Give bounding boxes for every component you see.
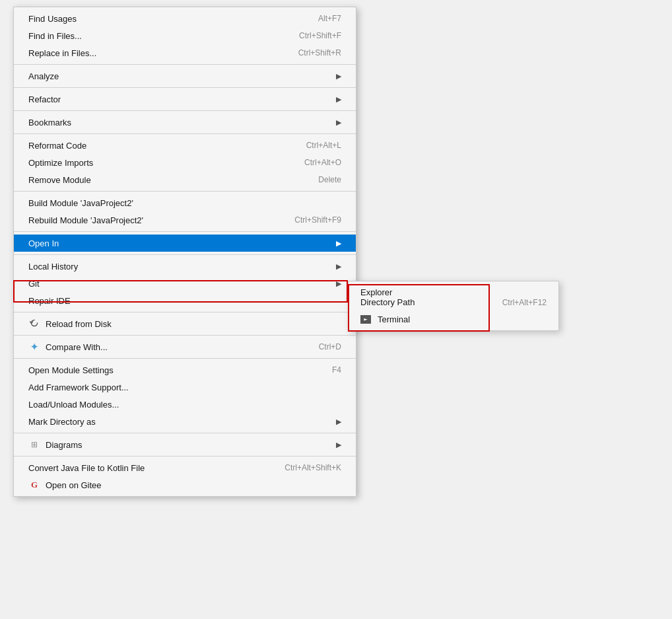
rebuild-module-shortcut: Ctrl+Shift+F9: [294, 215, 341, 225]
context-menu: Find Usages Alt+F7 Find in Files... Ctrl…: [13, 7, 356, 497]
remove-module-shortcut: Delete: [318, 175, 341, 184]
refactor-label: Refactor: [28, 94, 61, 104]
separator-1: [14, 64, 356, 65]
diagrams-icon: ⊞: [28, 440, 40, 449]
reload-from-disk-item[interactable]: Reload from Disk: [14, 315, 356, 332]
compare-with-label: Compare With...: [46, 342, 108, 352]
open-gitee-label: Open on Gitee: [46, 480, 102, 490]
terminal-icon: ►: [360, 315, 371, 324]
open-gitee-item[interactable]: G Open on Gitee: [14, 476, 356, 493]
analyze-label: Analyze: [28, 71, 59, 81]
rebuild-module-item[interactable]: Rebuild Module 'JavaProject2' Ctrl+Shift…: [14, 211, 356, 229]
replace-in-files-label: Replace in Files...: [28, 48, 96, 58]
reformat-code-shortcut: Ctrl+Alt+L: [306, 141, 341, 150]
find-in-files-shortcut: Ctrl+Shift+F: [299, 31, 341, 40]
terminal-label: Terminal: [378, 314, 410, 324]
repair-ide-label: Repair IDE: [28, 296, 71, 306]
convert-kotlin-item[interactable]: Convert Java File to Kotlin File Ctrl+Al…: [14, 459, 356, 476]
open-in-arrow: ▶: [336, 239, 341, 248]
git-arrow: ▶: [336, 279, 341, 288]
directory-path-shortcut: Ctrl+Alt+F12: [502, 298, 547, 307]
find-usages-shortcut: Alt+F7: [318, 14, 341, 23]
explorer-directory-item[interactable]: Explorer Directory Path Ctrl+Alt+F12: [349, 284, 558, 310]
find-in-files-label: Find in Files...: [28, 31, 82, 41]
optimize-imports-shortcut: Ctrl+Alt+O: [304, 158, 341, 167]
git-label: Git: [28, 279, 40, 289]
open-module-settings-shortcut: F4: [332, 365, 341, 375]
repair-ide-item[interactable]: Repair IDE: [14, 292, 356, 309]
remove-module-label: Remove Module: [28, 175, 91, 185]
reformat-code-item[interactable]: Reformat Code Ctrl+Alt+L: [14, 137, 356, 154]
compare-with-shortcut: Ctrl+D: [319, 342, 341, 351]
compare-icon: ✦: [28, 342, 40, 352]
replace-in-files-shortcut: Ctrl+Shift+R: [298, 48, 341, 57]
replace-in-files-item[interactable]: Replace in Files... Ctrl+Shift+R: [14, 44, 356, 61]
explorer-label: Explorer: [360, 287, 392, 297]
convert-kotlin-label: Convert Java File to Kotlin File: [28, 463, 145, 473]
separator-9: [14, 335, 356, 336]
analyze-arrow: ▶: [336, 72, 341, 81]
reload-icon: [28, 319, 40, 328]
directory-path-label: Directory Path: [360, 297, 415, 307]
diagrams-item[interactable]: ⊞ Diagrams ▶: [14, 436, 356, 453]
gitee-icon: G: [28, 480, 40, 490]
load-unload-item[interactable]: Load/Unload Modules...: [14, 396, 356, 413]
separator-5: [14, 191, 356, 192]
add-framework-item[interactable]: Add Framework Support...: [14, 379, 356, 396]
build-module-label: Build Module 'JavaProject2': [28, 198, 133, 208]
compare-with-item[interactable]: ✦ Compare With... Ctrl+D: [14, 338, 356, 355]
find-usages-label: Find Usages: [28, 14, 77, 24]
separator-11: [14, 433, 356, 433]
separator-6: [14, 231, 356, 232]
add-framework-label: Add Framework Support...: [28, 382, 129, 392]
separator-2: [14, 87, 356, 88]
reformat-code-label: Reformat Code: [28, 141, 86, 151]
refactor-arrow: ▶: [336, 95, 341, 104]
mark-directory-item[interactable]: Mark Directory as ▶: [14, 413, 356, 430]
separator-12: [14, 456, 356, 456]
mark-directory-arrow: ▶: [336, 418, 341, 426]
rebuild-module-label: Rebuild Module 'JavaProject2': [28, 215, 143, 225]
terminal-item[interactable]: ► Terminal: [349, 310, 558, 328]
separator-10: [14, 358, 356, 359]
local-history-arrow: ▶: [336, 262, 341, 271]
diagrams-arrow: ▶: [336, 441, 341, 449]
local-history-label: Local History: [28, 262, 78, 272]
reload-from-disk-label: Reload from Disk: [46, 319, 112, 329]
load-unload-label: Load/Unload Modules...: [28, 400, 119, 410]
bookmarks-arrow: ▶: [336, 118, 341, 127]
build-module-item[interactable]: Build Module 'JavaProject2': [14, 194, 356, 211]
bookmarks-item[interactable]: Bookmarks ▶: [14, 114, 356, 131]
remove-module-item[interactable]: Remove Module Delete: [14, 171, 356, 188]
open-in-label: Open In: [28, 238, 59, 248]
local-history-item[interactable]: Local History ▶: [14, 258, 356, 275]
refactor-item[interactable]: Refactor ▶: [14, 91, 356, 108]
separator-3: [14, 110, 356, 111]
git-item[interactable]: Git ▶: [14, 275, 356, 292]
bookmarks-label: Bookmarks: [28, 118, 71, 127]
open-in-item[interactable]: Open In ▶: [14, 235, 356, 252]
diagrams-label: Diagrams: [46, 440, 83, 450]
optimize-imports-item[interactable]: Optimize Imports Ctrl+Alt+O: [14, 154, 356, 171]
separator-8: [14, 312, 356, 312]
mark-directory-label: Mark Directory as: [28, 417, 96, 427]
find-usages-item[interactable]: Find Usages Alt+F7: [14, 10, 356, 27]
open-module-settings-label: Open Module Settings: [28, 365, 114, 375]
optimize-imports-label: Optimize Imports: [28, 158, 93, 168]
open-module-settings-item[interactable]: Open Module Settings F4: [14, 361, 356, 379]
separator-7: [14, 254, 356, 255]
convert-kotlin-shortcut: Ctrl+Alt+Shift+K: [285, 463, 341, 472]
find-in-files-item[interactable]: Find in Files... Ctrl+Shift+F: [14, 27, 356, 44]
submenu-open-in: Explorer Directory Path Ctrl+Alt+F12 ► T…: [348, 281, 559, 331]
separator-4: [14, 133, 356, 134]
analyze-item[interactable]: Analyze ▶: [14, 67, 356, 85]
